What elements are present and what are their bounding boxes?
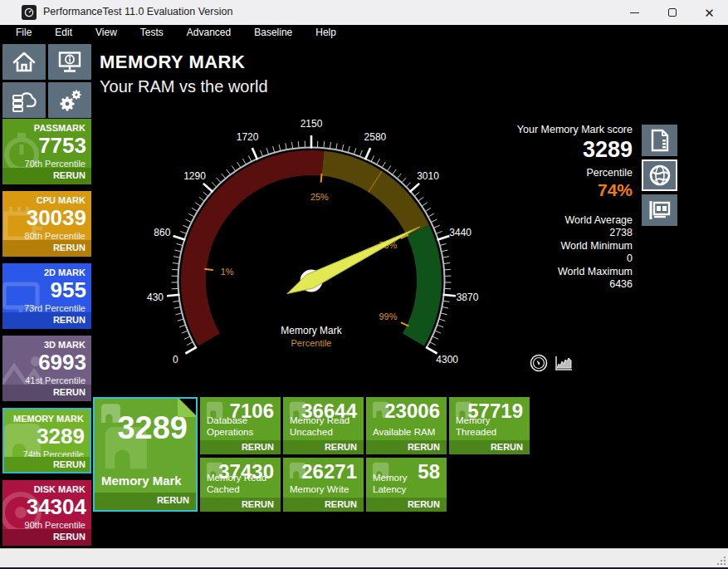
subtest-label: Memory Write	[290, 484, 359, 496]
subtest-label: Memory Mark	[101, 473, 182, 488]
rerun-bar[interactable]: RERUN	[200, 498, 281, 512]
world-compare-button[interactable]	[642, 159, 677, 191]
rerun-label: RERUN	[242, 499, 274, 509]
world-average-value: 2738	[425, 227, 633, 239]
rerun-label: RERUN	[53, 459, 86, 469]
speedometer-icon	[24, 7, 34, 17]
report-document-icon	[649, 129, 671, 152]
chart-view-button[interactable]	[554, 354, 574, 372]
app-window: PerformanceTest 11.0 Evaluation Version …	[0, 0, 728, 569]
settings-button[interactable]	[48, 82, 91, 118]
memory-info-button[interactable]	[642, 194, 677, 226]
memory-module-icon	[647, 199, 672, 221]
svg-text:860: 860	[154, 227, 170, 238]
world-average-label: World Average	[425, 214, 633, 227]
subtest-value: 23006	[384, 400, 440, 423]
score-panel: Your Memory Mark score 3289 Percentile 7…	[425, 124, 633, 291]
corner-fold-cover	[178, 397, 198, 417]
menu-view[interactable]: View	[84, 26, 129, 39]
gear-icon	[56, 88, 84, 113]
rerun-label: RERUN	[408, 499, 440, 509]
tile-name: 3D MARK	[44, 340, 86, 350]
subtest-tile-available-ram[interactable]: 23006 Available RAM RERUN	[366, 397, 447, 454]
menu-help[interactable]: Help	[304, 26, 348, 39]
rerun-bar[interactable]: RERUN	[2, 385, 91, 401]
subtest-tile-memory-write[interactable]: 26271 Memory Write RERUN	[283, 458, 364, 512]
history-chart-icon	[554, 354, 574, 372]
globe-icon	[648, 164, 672, 187]
rerun-bar[interactable]: RERUN	[200, 440, 281, 454]
sidebar-tile-disk-mark[interactable]: DISK MARK 34304 90th Percentile RERUN	[2, 480, 91, 546]
menu-file[interactable]: File	[4, 26, 43, 39]
system-info-button[interactable]	[48, 44, 91, 80]
cloud-database-button[interactable]	[2, 82, 46, 118]
maximize-button[interactable]	[653, 0, 691, 25]
svg-text:Percentile: Percentile	[291, 338, 332, 348]
tile-value: 955	[51, 277, 86, 303]
rerun-bar[interactable]: RERUN	[283, 440, 364, 454]
minimize-button[interactable]	[616, 0, 653, 25]
rerun-bar[interactable]: RERUN	[2, 312, 91, 329]
rerun-bar[interactable]: RERUN	[95, 493, 196, 510]
subtest-label: Memory Latency	[373, 473, 442, 495]
rerun-bar[interactable]: RERUN	[2, 168, 91, 184]
rerun-label: RERUN	[325, 442, 357, 452]
rerun-bar[interactable]: RERUN	[449, 440, 530, 454]
cloud-server-icon	[10, 88, 38, 113]
score-label: Your Memory Mark score	[425, 124, 633, 136]
svg-text:99%: 99%	[379, 311, 397, 321]
rerun-bar[interactable]: RERUN	[366, 440, 447, 454]
svg-text:25%: 25%	[310, 192, 329, 202]
subtest-label: Database Operations	[207, 415, 276, 438]
subtest-tile-memory-mark[interactable]: 3289 Memory Mark RERUN	[93, 397, 198, 512]
menu-edit[interactable]: Edit	[43, 26, 84, 39]
report-button[interactable]	[642, 125, 677, 156]
svg-text:4300: 4300	[436, 354, 458, 365]
minimize-icon	[630, 12, 639, 13]
rerun-bar[interactable]: RERUN	[283, 498, 364, 512]
svg-text:3870: 3870	[457, 292, 479, 303]
rerun-label: RERUN	[491, 442, 523, 452]
home-button[interactable]	[2, 44, 46, 80]
subtest-tile-database-operations[interactable]: 7106 Database Operations RERUN	[200, 397, 281, 454]
resize-grip[interactable]	[716, 555, 726, 566]
subtest-label: Available RAM	[373, 427, 442, 439]
gauge-view-button[interactable]	[530, 354, 548, 372]
rerun-label: RERUN	[53, 387, 86, 397]
rerun-label: RERUN	[157, 495, 189, 505]
sidebar-tile-3d-mark[interactable]: 3D MARK 6993 41st Percentile RERUN	[2, 336, 91, 401]
close-button[interactable]: ✕	[691, 0, 728, 25]
subtest-tile-memory-threaded[interactable]: 57719 Memory Threaded RERUN	[449, 397, 530, 454]
svg-text:1720: 1720	[237, 131, 259, 143]
rerun-label: RERUN	[53, 243, 86, 253]
sidebar-tile-memory-mark[interactable]: MEMORY MARK 3289 74th Percentile RERUN	[2, 408, 91, 473]
sidebar-tile-passmark[interactable]: PASSMARK 7753 70th Percentile RERUN	[2, 119, 91, 184]
subtest-tile-memory-read-uncached[interactable]: 36644 Memory Read Uncached RERUN	[283, 397, 364, 454]
rerun-bar[interactable]: RERUN	[366, 498, 447, 512]
rerun-label: RERUN	[408, 442, 440, 452]
world-maximum-label: World Maximum	[425, 266, 633, 278]
menu-tests[interactable]: Tests	[129, 26, 175, 39]
subtest-label: Memory Read Uncached	[290, 415, 359, 438]
tile-name: 2D MARK	[44, 267, 86, 277]
subtest-tile-memory-latency[interactable]: 58 Memory Latency RERUN	[366, 458, 447, 512]
system-info-icon	[56, 51, 83, 74]
menu-baseline[interactable]: Baseline	[242, 26, 304, 39]
close-icon: ✕	[704, 7, 715, 19]
maximize-icon	[668, 8, 677, 17]
subtest-tile-memory-read-cached[interactable]: 37430 Memory Read Cached RERUN	[200, 458, 281, 512]
svg-text:Memory Mark: Memory Mark	[281, 325, 342, 336]
world-stats: World Average 2738 World Minimum 0 World…	[425, 214, 633, 291]
world-minimum-label: World Minimum	[425, 240, 633, 253]
window-title: PerformanceTest 11.0 Evaluation Version	[43, 6, 232, 17]
rerun-bar[interactable]: RERUN	[2, 529, 91, 546]
rerun-bar[interactable]: RERUN	[2, 240, 91, 257]
sidebar-tile-cpu-mark[interactable]: CPU MARK 30039 80th Percentile RERUN	[2, 191, 91, 257]
sidebar-tile-2d-mark[interactable]: 2D MARK 955 73rd Percentile RERUN	[2, 263, 91, 329]
svg-text:0: 0	[173, 354, 178, 365]
home-icon	[11, 51, 37, 74]
menu-advanced[interactable]: Advanced	[175, 26, 242, 39]
page-subtitle: Your RAM vs the world	[100, 77, 268, 96]
world-maximum-value: 6436	[425, 278, 633, 291]
rerun-bar[interactable]: RERUN	[2, 457, 91, 473]
